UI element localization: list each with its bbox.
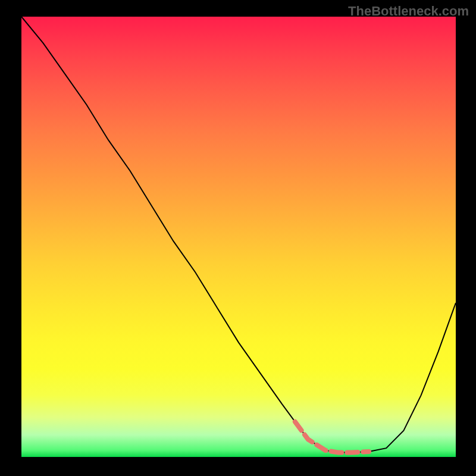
watermark-text: TheBottleneck.com <box>348 4 469 19</box>
plot-area <box>21 17 456 457</box>
bottleneck-curve <box>21 17 456 453</box>
chart-svg <box>21 17 456 457</box>
chart-container: TheBottleneck.com <box>0 0 476 476</box>
optimal-range-highlight <box>295 422 369 453</box>
curve-line <box>21 17 456 453</box>
